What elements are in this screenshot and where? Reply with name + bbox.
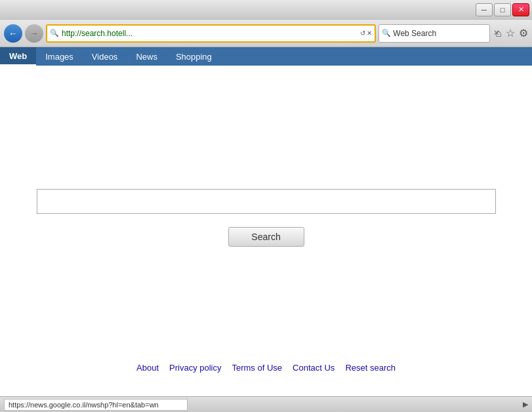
page-content: Search — [0, 66, 532, 396]
nav-tabs-bar: Web Images Videos News Shopping — [0, 47, 532, 66]
search-button[interactable]: Search — [228, 227, 304, 247]
maximize-button[interactable]: □ — [494, 3, 511, 16]
tab-videos[interactable]: Videos — [83, 47, 127, 66]
favorites-icon[interactable]: ☆ — [506, 27, 515, 39]
close-button[interactable]: ✕ — [512, 3, 529, 16]
footer-link-reset[interactable]: Reset search — [345, 363, 396, 373]
status-arrow-icon[interactable]: ▶ — [523, 400, 528, 409]
footer-link-about[interactable]: About — [136, 363, 159, 373]
status-bar: https://news.google.co.il/nwshp?hl=en&ta… — [0, 396, 532, 412]
minimize-button[interactable]: ─ — [476, 3, 493, 16]
tab-web[interactable]: Web — [0, 47, 36, 66]
footer-link-privacy[interactable]: Privacy policy — [169, 363, 221, 373]
toolbar-right-icons: ⌂ ☆ ⚙ — [493, 27, 528, 39]
tab-news[interactable]: News — [127, 47, 167, 66]
browser-search-box[interactable]: 🔍 ✕ — [379, 24, 490, 43]
tab-images[interactable]: Images — [36, 47, 83, 66]
address-bar[interactable]: 🔍 http://search.hotell... ↺ ✕ — [46, 24, 376, 43]
forward-button[interactable]: → — [25, 24, 43, 43]
main-search-container — [37, 189, 496, 214]
address-search-icon: 🔍 — [50, 29, 59, 37]
back-button[interactable]: ← — [4, 24, 22, 43]
footer-link-terms[interactable]: Terms of Use — [232, 363, 282, 373]
main-search-input[interactable] — [37, 189, 496, 214]
home-icon[interactable]: ⌂ — [495, 28, 502, 39]
tools-icon[interactable]: ⚙ — [519, 27, 528, 39]
title-bar: ─ □ ✕ — [0, 0, 532, 20]
footer-link-contact[interactable]: Contact Us — [293, 363, 335, 373]
footer-links: About Privacy policy Terms of Use Contac… — [0, 363, 532, 373]
browser-search-input[interactable] — [393, 29, 491, 38]
browser-search-icon: 🔍 — [382, 29, 391, 37]
status-url: https://news.google.co.il/nwshp?hl=en&ta… — [4, 399, 188, 411]
browser-toolbar: ← → 🔍 http://search.hotell... ↺ ✕ 🔍 ✕ ⌂ … — [0, 20, 532, 47]
address-tools-icon[interactable]: ✕ — [367, 30, 372, 37]
tab-shopping[interactable]: Shopping — [167, 47, 221, 66]
address-refresh-icon[interactable]: ↺ — [360, 30, 365, 37]
address-url-text: http://search.hotell... — [62, 29, 358, 38]
